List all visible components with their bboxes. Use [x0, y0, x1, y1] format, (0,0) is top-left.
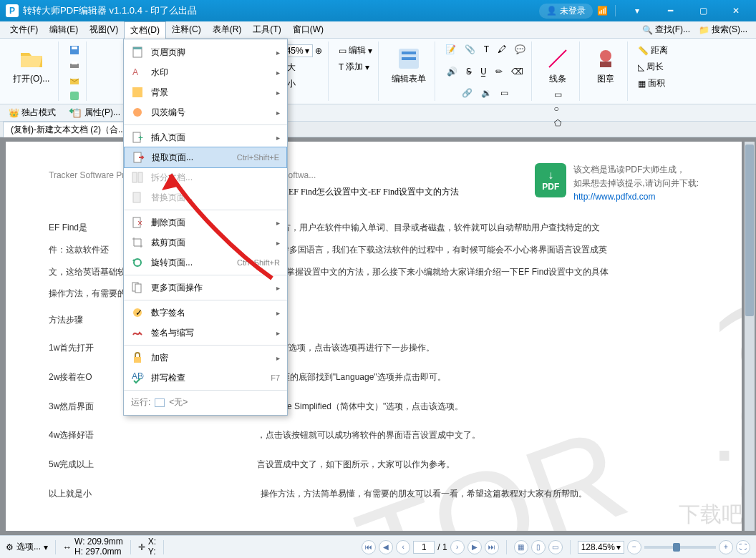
options-button[interactable]: ⚙选项...▾: [6, 541, 48, 553]
scan-button[interactable]: [66, 89, 83, 103]
menu-comment[interactable]: 注释(C): [166, 21, 207, 38]
menu-edit[interactable]: 编辑(E): [44, 21, 84, 38]
run-box-icon: [155, 398, 165, 407]
properties-label: 属性(P)...: [84, 107, 120, 119]
polygon-icon[interactable]: ⬠: [551, 117, 565, 129]
edit-button[interactable]: ▭编辑▾: [336, 43, 375, 58]
distance-button[interactable]: 📏距离: [635, 43, 671, 58]
menu-tools[interactable]: 工具(T): [247, 21, 286, 38]
search-button[interactable]: 📁 搜索(S)...: [694, 22, 752, 37]
document-tab[interactable]: (复制)-新建文本文档 (2)（合... ×: [3, 122, 142, 137]
svg-rect-11: [600, 62, 611, 67]
circle-icon[interactable]: ○: [551, 102, 565, 115]
menu-bates[interactable]: 贝茨编号▸: [124, 102, 287, 122]
layout3-button[interactable]: ▭: [548, 540, 563, 554]
fit-button[interactable]: ⛶: [736, 540, 750, 554]
menu-header-footer[interactable]: 页眉页脚▸: [124, 42, 287, 62]
maximize-button[interactable]: ▢: [689, 0, 717, 21]
svg-rect-22: [133, 192, 140, 202]
first-page-button[interactable]: ⏮: [362, 540, 376, 554]
scrollbar-thumb[interactable]: [745, 145, 754, 316]
print-button[interactable]: [66, 59, 83, 73]
note-icon[interactable]: 📝: [442, 43, 459, 56]
layout2-button[interactable]: ▯: [531, 540, 546, 554]
corner-link[interactable]: http://www.pdfxd.com: [573, 190, 699, 204]
stamp-button[interactable]: 图章: [587, 43, 624, 88]
highlight-icon[interactable]: 🖍: [495, 43, 509, 56]
menu-background[interactable]: 背景▸: [124, 82, 287, 102]
user-status-label: 未登录: [560, 5, 586, 17]
lines-button[interactable]: 线条: [539, 43, 576, 88]
menu-insert-page[interactable]: +插入页面▸: [124, 127, 287, 147]
menu-digital-sign[interactable]: ✓数字签名▸: [124, 303, 287, 323]
underline-icon[interactable]: U̲: [478, 65, 490, 78]
menu-rotate-page[interactable]: 旋转页面...Ctrl+Shift+R: [124, 253, 287, 273]
minimize-button[interactable]: ━: [656, 0, 684, 21]
pencil-icon[interactable]: ✏: [493, 65, 505, 78]
open-button[interactable]: 打开(O)...: [7, 43, 55, 88]
edit-form-button[interactable]: 编辑表单: [386, 43, 432, 88]
menu-form[interactable]: 表单(R): [207, 21, 248, 38]
menu-view[interactable]: 视图(V): [84, 21, 124, 38]
user-status[interactable]: 👤 未登录: [539, 4, 593, 19]
next-button[interactable]: ›: [450, 540, 465, 554]
svg-point-16: [133, 108, 142, 117]
menu-encrypt[interactable]: 加密▸: [124, 348, 287, 368]
eraser-icon[interactable]: ⌫: [508, 65, 526, 78]
app-icon: P: [6, 4, 19, 17]
callout-icon[interactable]: 💬: [512, 43, 528, 56]
exclusive-mode-button[interactable]: 👑独占模式: [4, 105, 60, 120]
menu-spell-check[interactable]: ABC拼写检查F7: [124, 368, 287, 388]
area-icon[interactable]: ▭: [498, 87, 511, 99]
perimeter-button[interactable]: ◺周长: [635, 59, 671, 74]
find-button[interactable]: 🔍 查找(F)...: [638, 22, 694, 37]
page-input[interactable]: [413, 541, 435, 554]
link-icon[interactable]: 🔗: [459, 87, 475, 99]
strike-icon[interactable]: S̶: [463, 65, 475, 78]
zoom-plus-icon[interactable]: ⊕: [315, 46, 322, 56]
zoom-display[interactable]: 128.45%▾: [578, 541, 624, 554]
area-button[interactable]: ▦面积: [635, 76, 671, 91]
layout1-button[interactable]: ▦: [514, 540, 528, 554]
zoom-value: 128.45%: [581, 542, 615, 552]
prev-button[interactable]: ‹: [396, 540, 410, 554]
zoom-slider[interactable]: [644, 546, 716, 549]
text-icon[interactable]: T: [481, 43, 492, 56]
wifi-icon[interactable]: 📶: [597, 6, 608, 16]
email-button[interactable]: [66, 74, 83, 89]
dropdown-button[interactable]: ▾: [623, 0, 651, 21]
properties-button[interactable]: 📋属性(P)...: [67, 105, 125, 120]
menu-file[interactable]: 文件(F): [4, 21, 44, 38]
menu-split-doc[interactable]: 拆分文档...: [124, 167, 287, 187]
menu-document[interactable]: 文档(D): [124, 21, 166, 39]
add-button[interactable]: T添加▾: [336, 59, 375, 74]
menu-crop-page[interactable]: 裁剪页面▸: [124, 232, 287, 253]
vertical-scrollbar[interactable]: [745, 142, 755, 531]
menu-watermark[interactable]: A水印▸: [124, 62, 287, 82]
menu-replace-page[interactable]: 替换页面...: [124, 187, 287, 207]
doc-corner-text: 该文档是迅读PDF大师生成， 如果想去掉该提示,请访问并下载: http://w…: [573, 163, 699, 205]
svg-rect-29: [134, 357, 141, 363]
next-page-button[interactable]: ▶: [467, 540, 482, 554]
menu-delete-page[interactable]: ×删除页面▸: [124, 212, 287, 232]
menu-window[interactable]: 窗口(W): [287, 21, 329, 38]
last-page-button[interactable]: ⏭: [485, 540, 499, 554]
toolbar: 打开(O)... 128.45%▾ ⊕ 🔍放大 🔍缩小 ▭编辑▾ T添加▾: [0, 39, 756, 104]
zoom-in-button[interactable]: +: [719, 540, 733, 554]
menu-extract-page[interactable]: 提取页面...Ctrl+Shift+E: [124, 147, 287, 168]
menu-more-ops[interactable]: 更多页面操作▸: [124, 278, 287, 298]
statusbar: ⚙选项...▾ ↔ W: 209.9mm H: 297.0mm ✛ X: Y: …: [0, 535, 756, 558]
rect-icon[interactable]: ▭: [551, 88, 565, 101]
zoom-out-button[interactable]: −: [627, 540, 641, 554]
speaker-icon[interactable]: 🔉: [478, 87, 495, 99]
sound-icon[interactable]: 🔊: [444, 65, 460, 78]
prev-page-button[interactable]: ◀: [379, 540, 393, 554]
add-icon: T: [339, 62, 344, 72]
close-button[interactable]: ✕: [722, 0, 750, 21]
menu-sign-abbr[interactable]: 签名与缩写▸: [124, 323, 287, 343]
separator: [615, 5, 616, 16]
zoom-handle[interactable]: [673, 543, 680, 552]
attach-icon[interactable]: 📎: [462, 43, 478, 56]
menu-run[interactable]: 运行: <无>: [124, 393, 287, 412]
save-button[interactable]: [66, 43, 83, 57]
